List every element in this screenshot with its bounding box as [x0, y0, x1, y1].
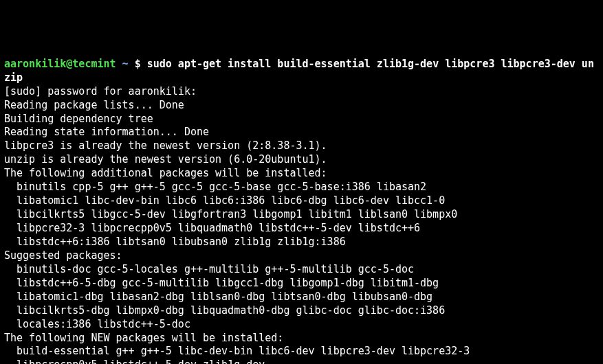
output-line: libpcre32-3 libpcrecpp0v5 libquadmath0 l…: [4, 222, 599, 236]
output-line: Reading state information... Done: [4, 126, 599, 139]
output-line: libstdc++6:i386 libtsan0 libubsan0 zlib1…: [4, 236, 599, 249]
prompt-symbol: $: [135, 58, 141, 70]
output-line: binutils cpp-5 g++ g++-5 gcc-5 gcc-5-bas…: [4, 181, 599, 194]
output-line: build-essential g++ g++-5 libc-dev-bin l…: [4, 345, 599, 359]
output-line: libpcre3 is already the newest version (…: [4, 139, 599, 153]
output-line: [sudo] password for aaronkilik:: [4, 85, 599, 99]
output-line: locales:i386 libstdc++-5-doc: [4, 318, 599, 332]
output-line: libatomic1 libc-dev-bin libc6 libc6:i386…: [4, 194, 599, 208]
output-line: unzip is already the newest version (6.0…: [4, 153, 599, 167]
output-line: binutils-doc gcc-5-locales g++-multilib …: [4, 263, 599, 277]
prompt-user-host: aaronkilik@tecmint: [4, 58, 116, 70]
output-line: libatomic1-dbg libasan2-dbg liblsan0-dbg…: [4, 291, 599, 304]
output-line: The following NEW packages will be insta…: [4, 332, 599, 345]
output-line: The following additional packages will b…: [4, 167, 599, 181]
output-line: Suggested packages:: [4, 249, 599, 263]
output-line: Reading package lists... Done: [4, 99, 599, 113]
output-line: libcilkrts5-dbg libmpx0-dbg libquadmath0…: [4, 304, 599, 318]
output-line: libpcrecpp0v5 libstdc++-5-dev zlib1g-dev: [4, 359, 599, 364]
output-line: Building dependency tree: [4, 113, 599, 126]
output-line: libcilkrts5 libgcc-5-dev libgfortran3 li…: [4, 208, 599, 222]
prompt-cwd: ~: [122, 58, 129, 70]
output-line: libstdc++6-5-dbg gcc-5-multilib libgcc1-…: [4, 277, 599, 291]
prompt-line[interactable]: aaronkilik@tecmint ~ $ sudo apt-get inst…: [4, 58, 599, 85]
